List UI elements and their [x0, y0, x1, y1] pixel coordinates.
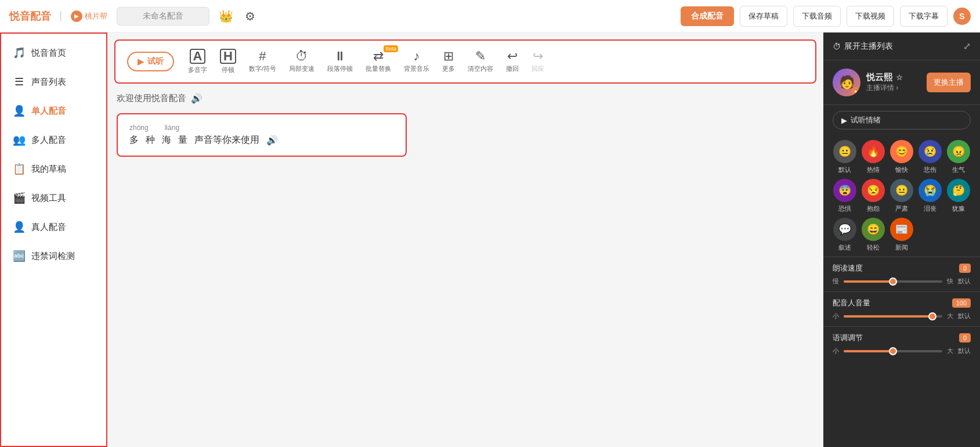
- download-video-button[interactable]: 下载视频: [847, 6, 894, 27]
- coin-button[interactable]: S: [953, 8, 971, 25]
- real-dub-icon: 👤: [13, 221, 26, 233]
- sidebar-label-my-drafts: 我的草稿: [31, 164, 66, 175]
- batch-replace-button[interactable]: Beta ⇄ 批量替换: [361, 48, 396, 75]
- reading-speed-thumb[interactable]: [889, 277, 897, 286]
- volume-max: 大: [947, 312, 953, 320]
- sidebar-item-sensitive-words[interactable]: 🔤 违禁词检测: [1, 241, 106, 271]
- speaker-name-text: 悦云熙: [866, 72, 892, 83]
- emotion-sad[interactable]: 😢 悲伤: [918, 140, 942, 174]
- sidebar-item-real-dub[interactable]: 👤 真人配音: [1, 212, 106, 241]
- volume-track[interactable]: [844, 315, 942, 318]
- preview-play-icon: ▶: [138, 57, 144, 66]
- tone-thumb[interactable]: [889, 347, 897, 355]
- segment-pause-button[interactable]: ⏸ 段落停顿: [323, 48, 357, 75]
- speaker-detail-text: 主播详情 ›: [866, 83, 898, 93]
- video-tools-icon: 🎬: [13, 192, 26, 204]
- preview-button[interactable]: ▶ 试听: [127, 52, 174, 71]
- emotion-hot[interactable]: 🔥 热情: [861, 140, 885, 174]
- emotion-default-circle: 😐: [833, 140, 856, 163]
- download-audio-button[interactable]: 下载音频: [793, 6, 841, 27]
- reading-speed-slider-row: 慢 快 默认: [833, 277, 971, 286]
- emotion-news[interactable]: 📰 新闻: [889, 218, 913, 252]
- settings-icon-btn[interactable]: ⚙: [243, 7, 258, 26]
- synthesize-button[interactable]: 合成配音: [681, 6, 734, 26]
- volume-section: 配音人音量 100 小 大 默认: [823, 291, 980, 326]
- volume-title: 配音人音量: [833, 298, 870, 308]
- change-speaker-button[interactable]: 更换主播: [927, 73, 971, 92]
- multi-char-button[interactable]: A 多音字: [183, 46, 212, 77]
- pause-button[interactable]: H 停顿: [215, 46, 241, 77]
- panel-clock-icon: ⏱: [833, 42, 841, 51]
- emotion-narrate-label: 叙述: [838, 243, 851, 252]
- toolbar: ▶ 试听 A 多音字 H 停顿 # 数字/: [114, 39, 816, 84]
- emotion-happy[interactable]: 😊 愉快: [889, 140, 913, 174]
- emotion-hesitate[interactable]: 🤔 犹豫: [947, 179, 971, 213]
- emotion-complain[interactable]: 😒 抱怨: [861, 179, 885, 213]
- sidebar-item-my-drafts[interactable]: 📋 我的草稿: [1, 154, 106, 183]
- more-button[interactable]: ⊞ 更多: [437, 48, 460, 75]
- tone-track[interactable]: [844, 350, 942, 352]
- emotion-fear-circle: 😨: [833, 179, 856, 202]
- emotion-cry[interactable]: 😭 泪丧: [918, 179, 942, 213]
- reading-speed-value: 0: [959, 264, 971, 273]
- bg-music-button[interactable]: ♪ 背景音乐: [399, 48, 434, 75]
- local-speed-label: 局部变速: [289, 64, 314, 73]
- preview-play-icon-emotions: ▶: [841, 116, 847, 125]
- welcome-text-content: 欢迎使用悦音配音: [117, 93, 186, 104]
- sidebar-label-video-tools: 视频工具: [31, 193, 66, 204]
- reading-speed-default: 默认: [958, 277, 971, 286]
- sidebar-item-voice-list[interactable]: ☰ 声音列表: [1, 67, 106, 96]
- preview-emotions-button[interactable]: ▶ 试听情绪: [833, 111, 971, 129]
- number-symbol-button[interactable]: # 数字/符号: [244, 48, 281, 75]
- preview-emotions-label: 试听情绪: [851, 115, 881, 125]
- panel-header-title: ⏱ 展开主播列表: [833, 41, 893, 52]
- emotion-default[interactable]: 😐 默认: [833, 140, 856, 174]
- segment-pause-icon: ⏸: [334, 50, 346, 63]
- emotion-happy-circle: 😊: [890, 140, 913, 163]
- sidebar: 🎵 悦音首页 ☰ 声音列表 👤 单人配音 👥 多人配音 📋 我的草稿 🎬 视频工…: [0, 33, 107, 447]
- multi-char-icon: A: [190, 49, 206, 64]
- emotion-fear[interactable]: 😨 恐惧: [833, 179, 856, 213]
- speaker-star-icon: ☆: [896, 73, 903, 82]
- multi-char-label: 多音字: [188, 66, 207, 74]
- logo-sep: 丨: [56, 9, 66, 23]
- panel-header: ⏱ 展开主播列表 ⤢: [823, 33, 980, 60]
- sidebar-item-video-tools[interactable]: 🎬 视频工具: [1, 183, 106, 212]
- volume-thumb[interactable]: [928, 312, 936, 320]
- emotion-serious[interactable]: 😐 严肃: [889, 179, 913, 213]
- sidebar-item-multi-dub[interactable]: 👥 多人配音: [1, 125, 106, 154]
- reading-speed-track[interactable]: [844, 280, 942, 283]
- panel-expand-button[interactable]: ⤢: [963, 41, 971, 52]
- text-block[interactable]: zhòng liàng 多 种 海 量 声音等你来使用 🔊: [117, 113, 407, 157]
- speaker-icon: 🔊: [191, 93, 202, 104]
- save-draft-button[interactable]: 保存草稿: [740, 6, 787, 27]
- redo-button[interactable]: ↪ 回应: [527, 48, 549, 75]
- batch-replace-label: 批量替换: [366, 64, 391, 73]
- logo-sub: ▶ 桃片帮: [71, 10, 107, 22]
- sidebar-item-home[interactable]: 🎵 悦音首页: [1, 38, 106, 67]
- number-symbol-label: 数字/符号: [249, 64, 276, 73]
- sidebar-item-single-dub[interactable]: 👤 单人配音: [1, 96, 106, 125]
- reading-speed-min: 慢: [833, 277, 839, 286]
- speaker-detail-link[interactable]: 主播详情 ›: [866, 83, 921, 93]
- editor-area[interactable]: 欢迎使用悦音配音 🔊 zhòng liàng 多 种 海 量 声音等你来使用 🔊: [107, 84, 823, 447]
- more-icon: ⊞: [443, 50, 454, 63]
- number-symbol-icon: #: [259, 50, 266, 63]
- crown-icon-btn[interactable]: 👑: [216, 7, 236, 26]
- redo-icon: ↪: [533, 50, 543, 63]
- reading-speed-fill: [844, 280, 893, 283]
- text-content-row: 多 种 海 量 声音等你来使用 🔊: [129, 134, 394, 146]
- project-name[interactable]: 未命名配音: [117, 7, 209, 26]
- local-speed-button[interactable]: ⏱ 局部变速: [284, 48, 319, 75]
- download-subtitle-button[interactable]: 下载字幕: [900, 6, 948, 27]
- pause-icon: H: [220, 49, 236, 64]
- tone-min: 小: [833, 347, 839, 355]
- emotion-narrate[interactable]: 💬 叙述: [833, 218, 856, 252]
- emotion-default-label: 默认: [838, 165, 851, 174]
- undo-button[interactable]: ↩ 撤回: [501, 48, 523, 75]
- emotion-light[interactable]: 😄 轻松: [861, 218, 885, 252]
- clear-button[interactable]: ✎ 清空内容: [463, 48, 498, 75]
- volume-value: 100: [952, 298, 971, 308]
- emotion-sad-circle: 😢: [918, 140, 942, 163]
- emotion-angry[interactable]: 😠 生气: [947, 140, 971, 174]
